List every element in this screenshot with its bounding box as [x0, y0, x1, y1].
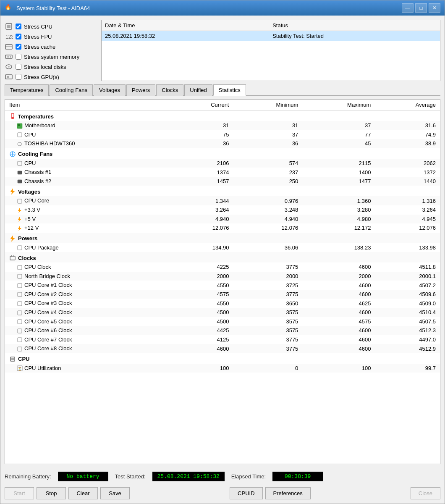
table-row[interactable]: +12 V12.07612.07612.17212.076	[5, 223, 440, 233]
table-row[interactable]: CPU Core #8 Clock4600377546004512.9	[5, 344, 440, 353]
row-maximum: 45	[302, 139, 375, 148]
save-button[interactable]: Save	[100, 487, 130, 499]
tab-voltages[interactable]: Voltages	[94, 84, 126, 96]
svg-rect-41	[18, 329, 22, 333]
close-button[interactable]: Close	[411, 487, 440, 499]
stress-fpu-checkbox[interactable]	[16, 34, 21, 39]
svg-rect-23	[18, 180, 22, 183]
main-content: Stress CPU123Stress FPUStress cacheStres…	[0, 16, 445, 468]
row-item: CPU Core #6 Clock	[5, 326, 173, 335]
row-item: Motherboard	[5, 121, 173, 130]
close-window-button[interactable]: ✕	[429, 3, 440, 13]
row-minimum: 3775	[233, 344, 302, 353]
row-minimum: 0	[233, 364, 302, 373]
preferences-button[interactable]: Preferences	[265, 487, 311, 499]
table-row[interactable]: CPU Core #4 Clock4500357546004510.4	[5, 308, 440, 317]
table-row[interactable]: CPU Core #1 Clock4550372546004507.2	[5, 281, 440, 290]
tab-temperatures[interactable]: Temperatures	[5, 84, 49, 96]
tabs-section: TemperaturesCooling FansVoltagesPowersCl…	[5, 84, 440, 96]
row-current: 2000	[173, 272, 233, 281]
tab-powers[interactable]: Powers	[126, 84, 155, 96]
stress-cache-icon	[5, 42, 13, 51]
table-row[interactable]: CPU Clock4225377546004511.8	[5, 262, 440, 272]
bottom-buttons: Start Stop Clear Save CPUID Preferences …	[0, 485, 445, 504]
table-row[interactable]: CPU Core #6 Clock4425357546004512.3	[5, 326, 440, 335]
tab-clocks[interactable]: Clocks	[156, 84, 183, 96]
table-row[interactable]: CPU Core1.3440.9761.3601.316	[5, 196, 440, 205]
start-button[interactable]: Start	[5, 487, 34, 499]
section-label-clocks: Clocks	[5, 252, 173, 262]
stress-disks-icon	[5, 63, 13, 71]
cpuid-button[interactable]: CPUID	[230, 487, 262, 499]
row-item: North Bridge Clock	[5, 272, 173, 281]
tab-unified[interactable]: Unified	[184, 84, 212, 96]
row-average: 1440	[375, 177, 440, 186]
checkbox-item-stress-gpu[interactable]: Stress GPU(s)	[5, 73, 97, 81]
checkbox-item-stress-memory[interactable]: Stress system memory	[5, 52, 97, 61]
table-row[interactable]: ⏳CPU Utilization100010099.7	[5, 364, 440, 373]
section-header-powers: Powers	[5, 233, 440, 243]
row-item: TOSHIBA HDWT360	[5, 139, 173, 148]
svg-marker-29	[10, 236, 15, 242]
row-average: 1372	[375, 168, 440, 177]
stress-cache-checkbox[interactable]	[16, 44, 21, 50]
row-item: CPU Core	[5, 196, 173, 205]
checkbox-item-stress-disks[interactable]: Stress local disks	[5, 63, 97, 71]
svg-marker-26	[18, 208, 21, 213]
minimize-button[interactable]: —	[402, 3, 414, 13]
table-row[interactable]: North Bridge Clock2000200020002000.1	[5, 272, 440, 281]
table-row[interactable]: Chassis #1137423714001372	[5, 168, 440, 177]
stress-cpu-checkbox[interactable]	[16, 24, 21, 29]
row-item: CPU Core #7 Clock	[5, 335, 173, 344]
table-row[interactable]: CPU Core #2 Clock4575377546004509.6	[5, 290, 440, 299]
stress-memory-checkbox[interactable]	[16, 54, 21, 60]
clear-button[interactable]: Clear	[68, 487, 98, 499]
table-row[interactable]: CPU Package134.9036.06138.23133.98	[5, 243, 440, 252]
row-minimum: 3775	[233, 290, 302, 299]
row-maximum: 37	[302, 121, 375, 130]
row-current: 4550	[173, 299, 233, 308]
stress-disks-checkbox[interactable]	[16, 64, 21, 70]
table-row[interactable]: CPU Core #7 Clock4125377546004497.0	[5, 335, 440, 344]
row-maximum: 1.360	[302, 196, 375, 205]
row-minimum: 3575	[233, 317, 302, 326]
tab-cooling-fans[interactable]: Cooling Fans	[50, 84, 93, 96]
table-row[interactable]: CPU210657421152062	[5, 159, 440, 168]
maximize-button[interactable]: □	[415, 3, 427, 13]
checkbox-item-stress-cache[interactable]: Stress cache	[5, 42, 97, 51]
row-current: 12.076	[173, 223, 233, 233]
section-header-temperatures: Temperatures	[5, 110, 440, 121]
table-row[interactable]: +3.3 V3.2643.2483.2803.264	[5, 205, 440, 215]
stop-button[interactable]: Stop	[37, 487, 66, 499]
tab-statistics[interactable]: Statistics	[213, 84, 246, 96]
checkbox-item-stress-cpu[interactable]: Stress CPU	[5, 22, 97, 31]
table-row[interactable]: +5 V4.9404.9404.9804.945	[5, 215, 440, 224]
checkbox-item-stress-fpu[interactable]: 123Stress FPU	[5, 32, 97, 41]
row-maximum: 4600	[302, 281, 375, 290]
row-maximum: 100	[302, 364, 375, 373]
stress-gpu-label: Stress GPU(s)	[24, 74, 59, 80]
row-minimum: 4.940	[233, 215, 302, 224]
svg-rect-43	[18, 347, 22, 351]
table-row[interactable]: TOSHIBA HDWT36036364538.9	[5, 139, 440, 148]
row-average: 74.9	[375, 130, 440, 139]
table-row[interactable]: CPU Core #5 Clock4500357545754507.5	[5, 317, 440, 326]
row-minimum: 3775	[233, 335, 302, 344]
row-average: 4509.6	[375, 290, 440, 299]
stress-gpu-checkbox[interactable]	[16, 74, 21, 80]
row-maximum: 2115	[302, 159, 375, 168]
main-window: 🔥 System Stability Test - AIDA64 — □ ✕ S…	[0, 0, 445, 504]
log-row[interactable]: 25.08.2021 19:58:32Stability Test: Start…	[102, 31, 440, 41]
table-row[interactable]: Motherboard31313731.6	[5, 121, 440, 130]
row-maximum: 2000	[302, 272, 375, 281]
table-row[interactable]: CPU75377774.9	[5, 130, 440, 139]
row-maximum: 4625	[302, 299, 375, 308]
svg-rect-35	[18, 274, 22, 278]
table-row[interactable]: CPU Core #3 Clock4550365046254509.0	[5, 299, 440, 308]
row-minimum: 12.076	[233, 223, 302, 233]
data-table-container[interactable]: ItemCurrentMinimumMaximumAverage Tempera…	[5, 99, 440, 464]
row-average: 4511.8	[375, 262, 440, 272]
svg-rect-7	[8, 56, 9, 58]
table-row[interactable]: Chassis #2145725014771440	[5, 177, 440, 186]
section-label-cooling fans: Cooling Fans	[5, 148, 173, 159]
